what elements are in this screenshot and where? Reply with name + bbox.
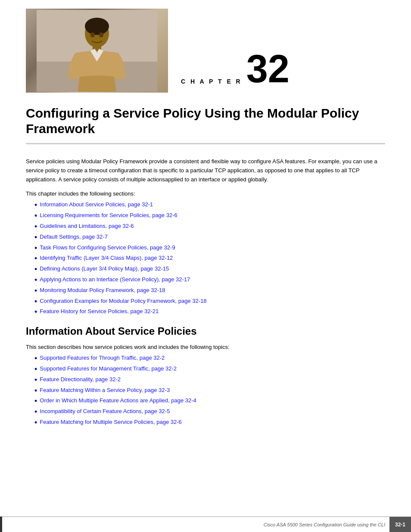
info-toc-list: • Supported Features for Through Traffic… — [34, 355, 385, 427]
list-item: • Configuration Examples for Modular Pol… — [34, 298, 385, 306]
sections-intro: This chapter includes the following sect… — [26, 190, 385, 197]
title-divider — [26, 143, 385, 144]
info-toc-link[interactable]: Supported Features for Management Traffi… — [40, 365, 177, 372]
info-toc-link[interactable]: Feature Directionality, page 32-2 — [40, 376, 121, 383]
bullet-icon: • — [34, 233, 37, 242]
list-item: • Feature Directionality, page 32-2 — [34, 376, 385, 385]
chapter-image — [26, 9, 168, 93]
title-section: Configuring a Service Policy Using the M… — [0, 93, 411, 149]
list-item: • Order in Which Multiple Feature Action… — [34, 397, 385, 406]
list-item: • Supported Features for Management Traf… — [34, 365, 385, 374]
bullet-icon: • — [34, 255, 37, 263]
toc-link[interactable]: Feature History for Service Policies, pa… — [40, 308, 159, 314]
chapter-label: C H A P T E R — [181, 78, 242, 85]
header-area: C H A P T E R 32 — [0, 0, 411, 93]
list-item: • Applying Actions to an Interface (Serv… — [34, 276, 385, 285]
chapter-label-area: C H A P T E R 32 — [168, 50, 385, 93]
toc-link[interactable]: Identifying Traffic (Layer 3/4 Class Map… — [40, 255, 173, 261]
bullet-icon: • — [34, 265, 37, 274]
footer-guide-title: Cisco ASA 5500 Series Configuration Guid… — [264, 522, 389, 527]
info-toc-link[interactable]: Feature Matching Within a Service Policy… — [40, 387, 170, 393]
chapter-number: 32 — [246, 50, 290, 88]
bullet-icon: • — [34, 365, 37, 374]
list-item: • Feature Matching Within a Service Poli… — [34, 387, 385, 395]
toc-link[interactable]: Guidelines and Limitations, page 32-6 — [40, 223, 134, 229]
bullet-icon: • — [34, 223, 37, 231]
info-toc-link[interactable]: Incompatibility of Certain Feature Actio… — [40, 408, 170, 414]
person-illustration — [37, 10, 157, 92]
toc-list: • Information About Service Policies, pa… — [34, 201, 385, 317]
list-item: • Feature Matching for Multiple Service … — [34, 419, 385, 427]
svg-point-4 — [85, 18, 109, 35]
list-item: • Feature History for Service Policies, … — [34, 308, 385, 317]
svg-point-6 — [90, 32, 95, 37]
info-toc-link[interactable]: Supported Features for Through Traffic, … — [40, 355, 165, 361]
list-item: • Supported Features for Through Traffic… — [34, 355, 385, 363]
intro-paragraph: Service policies using Modular Policy Fr… — [26, 157, 385, 184]
list-item: • Incompatibility of Certain Feature Act… — [34, 408, 385, 417]
bullet-icon: • — [34, 201, 37, 210]
bullet-icon: • — [34, 308, 37, 317]
content-area: Service policies using Modular Policy Fr… — [0, 149, 411, 445]
bullet-icon: • — [34, 355, 37, 363]
list-item: • Default Settings, page 32-7 — [34, 233, 385, 242]
info-toc-link[interactable]: Feature Matching for Multiple Service Po… — [40, 419, 182, 425]
bullet-icon: • — [34, 419, 37, 427]
toc-link[interactable]: Task Flows for Configuring Service Polic… — [40, 244, 175, 251]
toc-link[interactable]: Licensing Requirements for Service Polic… — [40, 212, 177, 218]
bullet-icon: • — [34, 298, 37, 306]
list-item: • Guidelines and Limitations, page 32-6 — [34, 223, 385, 231]
list-item: • Information About Service Policies, pa… — [34, 201, 385, 210]
bullet-icon: • — [34, 376, 37, 385]
bullet-icon: • — [34, 387, 37, 395]
bullet-icon: • — [34, 276, 37, 285]
bullet-icon: • — [34, 287, 37, 296]
footer-page-number: 32-1 — [389, 517, 411, 532]
info-toc-link[interactable]: Order in Which Multiple Feature Actions … — [40, 397, 196, 404]
list-item: • Monitoring Modular Policy Framework, p… — [34, 287, 385, 296]
toc-link[interactable]: Information About Service Policies, page… — [40, 201, 153, 208]
list-item: • Defining Actions (Layer 3/4 Policy Map… — [34, 265, 385, 274]
info-section-heading: Information About Service Policies — [26, 325, 385, 337]
footer: Cisco ASA 5500 Series Configuration Guid… — [0, 516, 411, 532]
toc-link[interactable]: Configuration Examples for Modular Polic… — [40, 298, 206, 304]
bullet-icon: • — [34, 408, 37, 417]
toc-link[interactable]: Monitoring Modular Policy Framework, pag… — [40, 287, 165, 293]
info-section-intro: This section describes how service polic… — [26, 344, 385, 350]
main-title: Configuring a Service Policy Using the M… — [26, 106, 385, 137]
page: C H A P T E R 32 Configuring a Service P… — [0, 0, 411, 532]
bullet-icon: • — [34, 397, 37, 406]
toc-link[interactable]: Default Settings, page 32-7 — [40, 233, 108, 240]
toc-link[interactable]: Defining Actions (Layer 3/4 Policy Map),… — [40, 265, 169, 272]
list-item: • Licensing Requirements for Service Pol… — [34, 212, 385, 221]
left-border-accent — [0, 516, 2, 532]
chapter-image-inner — [26, 9, 168, 93]
bullet-icon: • — [34, 244, 37, 253]
svg-point-7 — [99, 32, 103, 37]
list-item: • Identifying Traffic (Layer 3/4 Class M… — [34, 255, 385, 263]
bullet-icon: • — [34, 212, 37, 221]
list-item: • Task Flows for Configuring Service Pol… — [34, 244, 385, 253]
toc-link[interactable]: Applying Actions to an Interface (Servic… — [40, 276, 190, 283]
